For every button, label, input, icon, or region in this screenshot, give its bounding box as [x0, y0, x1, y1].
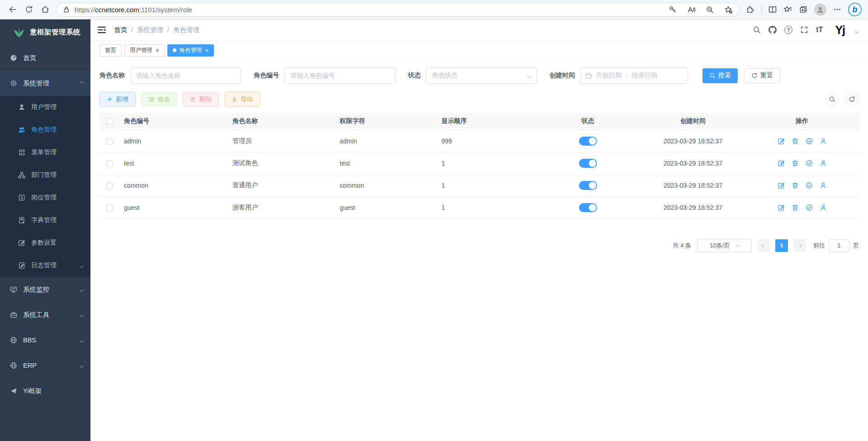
sidebar-menu: 首页 系统管理 用户管理 角色管理 菜单管理 [0, 45, 90, 403]
sidebar-item-dict-management[interactable]: 字典管理 [0, 209, 90, 232]
sidebar-item-system-management[interactable]: 系统管理 [0, 71, 90, 96]
help-icon[interactable]: ? [784, 26, 792, 34]
row-checkbox[interactable] [106, 183, 113, 189]
date-range-picker[interactable]: 开始日期 - 结束日期 [580, 67, 688, 84]
add-favorite-icon[interactable] [724, 5, 733, 14]
fullscreen-icon[interactable] [800, 26, 808, 34]
role-name-input[interactable] [130, 67, 241, 84]
browser-back-button[interactable] [5, 2, 21, 17]
check-circle-icon[interactable] [806, 204, 813, 211]
sidebar-item-home[interactable]: 首页 [0, 45, 90, 71]
download-icon [232, 96, 237, 102]
assign-user-icon[interactable] [820, 182, 827, 189]
goto-page-input[interactable] [829, 239, 849, 252]
check-circle-icon[interactable] [806, 182, 813, 189]
sidebar-item-post-management[interactable]: 岗位管理 [0, 186, 90, 209]
browser-home-button[interactable] [37, 2, 53, 17]
status-toggle[interactable] [579, 181, 597, 190]
address-bar[interactable]: https://ccnetcore.com:1101/system/role [56, 3, 740, 17]
sidebar-item-role-management[interactable]: 角色管理 [0, 119, 90, 141]
trash-icon[interactable] [792, 160, 799, 167]
collections-icon[interactable] [799, 5, 808, 14]
row-checkbox[interactable] [106, 161, 113, 167]
status-toggle[interactable] [579, 203, 597, 212]
modify-button[interactable]: 修改 [141, 92, 177, 107]
add-button[interactable]: 新增 [100, 92, 136, 107]
github-icon[interactable] [768, 26, 777, 34]
close-icon[interactable]: × [205, 47, 209, 53]
user-logo-avatar[interactable]: Yj [835, 24, 845, 37]
trash-icon[interactable] [792, 182, 799, 189]
chevron-down-icon[interactable] [855, 30, 859, 33]
trash-icon[interactable] [792, 138, 799, 145]
col-created-time: 创建时间 [641, 113, 745, 130]
row-checkbox[interactable] [106, 138, 113, 145]
tab-home[interactable]: 首页 [100, 44, 122, 57]
split-screen-icon[interactable] [768, 5, 777, 14]
tab-role-management[interactable]: 角色管理 × [167, 44, 214, 57]
read-aloud-icon[interactable] [687, 5, 696, 14]
toggle-search-button[interactable] [825, 92, 839, 106]
sidebar-item-erp[interactable]: ERP [0, 353, 90, 378]
text-size-icon[interactable]: tT [816, 26, 823, 34]
sidebar-collapse-icon[interactable] [97, 25, 107, 35]
assign-user-icon[interactable] [820, 204, 827, 211]
edit-icon[interactable] [778, 204, 785, 211]
current-page-button[interactable]: 1 [775, 239, 788, 252]
refresh-table-button[interactable] [845, 92, 859, 106]
extensions-icon[interactable] [746, 5, 755, 14]
zoom-out-icon[interactable] [706, 5, 714, 14]
breadcrumb-system[interactable]: 系统管理 [137, 26, 163, 34]
page-size-select[interactable]: 10条/页 [697, 239, 752, 252]
role-code-input[interactable] [285, 67, 395, 84]
sidebar-item-log-management[interactable]: 日志管理 [0, 254, 90, 277]
reset-button[interactable]: 重置 [744, 68, 780, 83]
row-checkbox[interactable] [106, 205, 113, 211]
sidebar-item-menu-management[interactable]: 菜单管理 [0, 141, 90, 164]
start-date-placeholder: 开始日期 [596, 71, 621, 80]
edit-icon[interactable] [778, 138, 785, 145]
check-circle-icon[interactable] [806, 160, 813, 167]
menu-tree-icon [18, 149, 25, 156]
export-button[interactable]: 导出 [224, 92, 261, 107]
browser-refresh-button[interactable] [21, 2, 37, 17]
toolbar-divider [761, 5, 762, 14]
sidebar-item-department-management[interactable]: 部门管理 [0, 164, 90, 186]
breadcrumb-home[interactable]: 首页 [114, 26, 127, 34]
password-key-icon[interactable] [669, 5, 677, 14]
col-role-code: 角色编号 [119, 113, 228, 130]
edit-icon[interactable] [778, 182, 785, 189]
sidebar-item-parameter-settings[interactable]: 参数设置 [0, 232, 90, 254]
check-circle-icon[interactable] [806, 138, 813, 145]
user-icon [18, 104, 25, 111]
bing-chat-icon[interactable]: b [848, 3, 862, 16]
table-row: common 普通用户 common 1 2023-03-29 18:52:37 [100, 174, 859, 196]
sidebar-item-yi-framework[interactable]: Yi框架 [0, 378, 90, 403]
tab-user-management[interactable]: 用户管理 × [124, 44, 165, 57]
assign-user-icon[interactable] [820, 138, 827, 145]
select-all-checkbox[interactable] [106, 119, 113, 125]
browser-chrome: https://ccnetcore.com:1101/system/role b [0, 0, 868, 19]
sidebar-item-system-tools[interactable]: 系统工具 [0, 302, 90, 327]
favorites-icon[interactable] [783, 5, 792, 14]
breadcrumb-role[interactable]: 角色管理 [173, 26, 199, 34]
trash-icon[interactable] [792, 204, 799, 211]
browser-menu-icon[interactable] [833, 5, 842, 14]
search-button[interactable]: 搜索 [702, 68, 738, 83]
refresh-icon [849, 96, 855, 103]
sidebar-item-system-monitor[interactable]: 系统监控 [0, 277, 90, 302]
status-toggle[interactable] [579, 159, 597, 168]
prev-page-button[interactable] [757, 239, 770, 252]
status-toggle[interactable] [579, 137, 597, 146]
status-select[interactable]: 角色状态 [426, 67, 537, 84]
end-date-placeholder: 结束日期 [632, 71, 657, 80]
delete-button[interactable]: 删除 [183, 92, 219, 107]
next-page-button[interactable] [793, 239, 806, 252]
sidebar-item-bbs[interactable]: BBS [0, 327, 90, 353]
header-search-icon[interactable] [753, 26, 761, 34]
assign-user-icon[interactable] [820, 160, 827, 167]
sidebar-item-user-management[interactable]: 用户管理 [0, 96, 90, 119]
close-icon[interactable]: × [156, 47, 159, 53]
edit-icon[interactable] [778, 160, 785, 167]
browser-profile-avatar[interactable] [814, 4, 826, 16]
